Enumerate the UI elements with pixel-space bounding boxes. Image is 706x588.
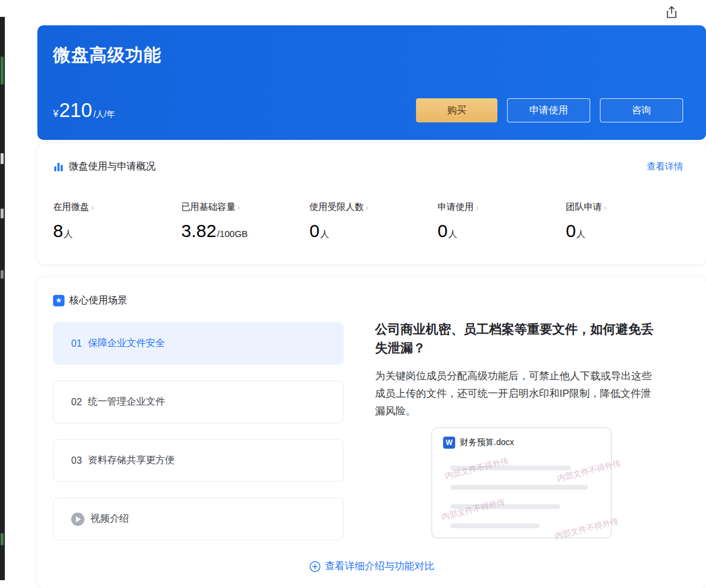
stat-active-drive[interactable]: 在用微盘› 8人 bbox=[53, 201, 181, 241]
compare-link[interactable]: 查看详细介绍与功能对比 bbox=[309, 560, 435, 573]
price: ¥ 210 /人/年 bbox=[53, 99, 115, 122]
compare-link-label: 查看详细介绍与功能对比 bbox=[325, 560, 435, 573]
window-fragment bbox=[1, 533, 4, 545]
document-card: W 财务预算.docx bbox=[431, 427, 612, 539]
window-fragment bbox=[1, 153, 4, 164]
document-text-line bbox=[450, 504, 560, 509]
video-intro-item[interactable]: 视频介绍 bbox=[53, 498, 344, 540]
chevron-right-icon: › bbox=[365, 202, 368, 212]
scenario-body: 为关键岗位成员分配高级功能后，可禁止他人下载或导出这些成员上传的文件，还可统一开… bbox=[375, 367, 660, 420]
window-fragment bbox=[1, 57, 4, 84]
page-title: 微盘高级功能 bbox=[53, 43, 162, 68]
stat-unit: 人 bbox=[320, 229, 329, 240]
scenario-detail: 公司商业机密、员工档案等重要文件，如何避免丢失泄漏？ 为关键岗位成员分配高级功能… bbox=[375, 320, 670, 420]
stat-label: 在用微盘 bbox=[53, 201, 89, 213]
chevron-right-icon: › bbox=[476, 202, 479, 212]
stat-unit: 人 bbox=[64, 229, 73, 240]
usage-overview-card: 微盘使用与申请概况 查看详情 在用微盘› 8人 已用基础容量› 3.82/100… bbox=[37, 144, 706, 264]
scenario-list: 01 保障企业文件安全 02 统一管理企业文件 03 资料存储共享更方便 视频介… bbox=[53, 322, 344, 556]
stat-restricted-users[interactable]: 使用受限人数› 0人 bbox=[309, 201, 438, 241]
share-icon bbox=[664, 5, 679, 19]
consult-button[interactable]: 咨询 bbox=[600, 98, 683, 122]
document-text-line bbox=[450, 485, 588, 490]
scenario-heading: 公司商业机密、员工档案等重要文件，如何避免丢失泄漏？ bbox=[375, 320, 663, 357]
stat-label: 团队申请 bbox=[566, 201, 602, 213]
core-scenarios-card: ★ 核心使用场景 01 保障企业文件安全 02 统一管理企业文件 03 资料存储… bbox=[37, 277, 706, 588]
scenario-label: 资料存储共享更方便 bbox=[88, 454, 175, 467]
star-badge-icon: ★ bbox=[53, 295, 65, 306]
compare-row: 查看详细介绍与功能对比 bbox=[37, 560, 706, 573]
price-unit: /人/年 bbox=[93, 109, 115, 120]
document-preview-illustration: W 财务预算.docx 内部文件不得外传 内部文件不得外传 内部文件不得外传 内… bbox=[431, 427, 612, 539]
stat-unit: 人 bbox=[448, 229, 457, 240]
overview-title: 微盘使用与申请概况 bbox=[69, 160, 156, 173]
stat-unit: /100GB bbox=[217, 229, 248, 239]
overview-header: 微盘使用与申请概况 查看详情 bbox=[37, 144, 706, 173]
scenario-index: 03 bbox=[71, 455, 82, 466]
document-text-line bbox=[450, 466, 571, 470]
video-intro-label: 视频介绍 bbox=[90, 513, 129, 525]
scenario-index: 02 bbox=[71, 397, 82, 408]
stat-label: 使用受限人数 bbox=[309, 201, 364, 213]
chevron-right-icon: › bbox=[91, 202, 94, 212]
stat-apply-usage[interactable]: 申请使用› 0人 bbox=[438, 201, 566, 241]
scenarios-header: ★ 核心使用场景 bbox=[37, 277, 706, 307]
wedrive-premium-page: 微盘高级功能 ¥ 210 /人/年 购买 申请使用 咨询 微盘使用与申请概况 查… bbox=[0, 0, 706, 588]
word-file-icon: W bbox=[443, 437, 455, 449]
buy-button[interactable]: 购买 bbox=[416, 98, 497, 122]
stat-label: 申请使用 bbox=[438, 201, 474, 213]
stat-value: 0 bbox=[566, 221, 576, 241]
bar-chart-icon bbox=[53, 162, 64, 172]
background-window-edge bbox=[0, 17, 5, 580]
scenario-label: 保障企业文件安全 bbox=[88, 337, 165, 350]
scenario-index: 01 bbox=[71, 338, 82, 349]
document-text-line bbox=[450, 523, 540, 528]
stat-unit: 人 bbox=[576, 229, 585, 240]
price-currency: ¥ bbox=[53, 109, 58, 119]
chevron-right-icon: › bbox=[238, 202, 241, 212]
stat-used-capacity[interactable]: 已用基础容量› 3.82/100GB bbox=[181, 201, 310, 241]
window-fragment bbox=[1, 209, 4, 218]
stat-team-apply[interactable]: 团队申请› 0人 bbox=[566, 201, 694, 241]
play-icon bbox=[71, 513, 84, 526]
scenario-item-file-security[interactable]: 01 保障企业文件安全 bbox=[53, 322, 344, 365]
stat-value: 3.82 bbox=[181, 221, 216, 241]
stat-value: 8 bbox=[53, 221, 63, 241]
scenarios-title: 核心使用场景 bbox=[69, 294, 127, 307]
document-name: 财务预算.docx bbox=[460, 437, 514, 448]
stat-label: 已用基础容量 bbox=[181, 201, 236, 213]
share-button[interactable] bbox=[663, 4, 681, 22]
chevron-right-icon: › bbox=[604, 202, 607, 212]
banner: 微盘高级功能 ¥ 210 /人/年 购买 申请使用 咨询 bbox=[37, 25, 706, 140]
plus-circle-icon bbox=[309, 561, 321, 572]
price-value: 210 bbox=[59, 99, 92, 122]
stats-row: 在用微盘› 8人 已用基础容量› 3.82/100GB 使用受限人数› 0人 申… bbox=[53, 201, 694, 241]
apply-button[interactable]: 申请使用 bbox=[507, 98, 590, 122]
stat-value: 0 bbox=[309, 221, 320, 241]
stat-value: 0 bbox=[438, 221, 448, 241]
window-fragment bbox=[1, 270, 4, 279]
document-header: W 财务预算.docx bbox=[432, 428, 611, 449]
banner-actions: 购买 申请使用 咨询 bbox=[416, 98, 683, 122]
view-details-link[interactable]: 查看详情 bbox=[647, 161, 683, 172]
scenario-item-storage-sharing[interactable]: 03 资料存储共享更方便 bbox=[53, 439, 344, 482]
scenario-item-unified-management[interactable]: 02 统一管理企业文件 bbox=[53, 381, 344, 423]
scenario-label: 统一管理企业文件 bbox=[88, 396, 165, 408]
